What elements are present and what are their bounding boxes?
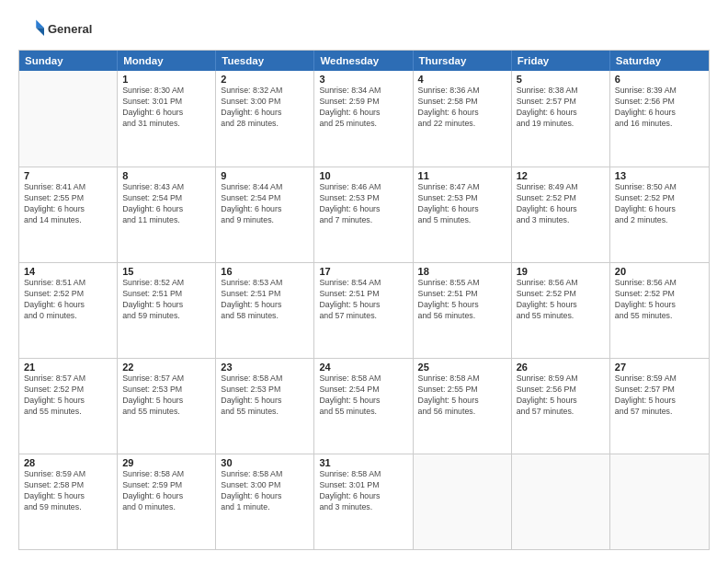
- day-info: Sunrise: 8:30 AM Sunset: 3:01 PM Dayligh…: [122, 86, 210, 130]
- day-info: Sunrise: 8:36 AM Sunset: 2:58 PM Dayligh…: [418, 86, 506, 130]
- day-cell-10: 10Sunrise: 8:46 AM Sunset: 2:53 PM Dayli…: [314, 167, 413, 262]
- day-cell-1: 1Sunrise: 8:30 AM Sunset: 3:01 PM Daylig…: [118, 71, 216, 167]
- day-cell-9: 9Sunrise: 8:44 AM Sunset: 2:54 PM Daylig…: [216, 167, 314, 262]
- day-info: Sunrise: 8:59 AM Sunset: 2:56 PM Dayligh…: [517, 373, 605, 418]
- day-info: Sunrise: 8:43 AM Sunset: 2:54 PM Dayligh…: [122, 182, 210, 226]
- day-number: 24: [319, 362, 407, 373]
- empty-cell-0-0: [19, 71, 118, 167]
- day-cell-2: 2Sunrise: 8:32 AM Sunset: 3:00 PM Daylig…: [216, 71, 314, 167]
- day-number: 15: [122, 266, 210, 277]
- day-cell-26: 26Sunrise: 8:59 AM Sunset: 2:56 PM Dayli…: [512, 359, 610, 454]
- day-cell-19: 19Sunrise: 8:56 AM Sunset: 2:52 PM Dayli…: [512, 263, 610, 358]
- day-info: Sunrise: 8:49 AM Sunset: 2:52 PM Dayligh…: [517, 182, 605, 226]
- day-number: 6: [615, 74, 704, 85]
- day-cell-14: 14Sunrise: 8:51 AM Sunset: 2:52 PM Dayli…: [19, 263, 118, 358]
- day-cell-29: 29Sunrise: 8:58 AM Sunset: 2:59 PM Dayli…: [118, 454, 216, 549]
- day-info: Sunrise: 8:44 AM Sunset: 2:54 PM Dayligh…: [221, 182, 309, 226]
- day-info: Sunrise: 8:56 AM Sunset: 2:52 PM Dayligh…: [517, 278, 605, 322]
- day-number: 18: [418, 266, 506, 277]
- svg-marker-0: [36, 20, 44, 29]
- day-info: Sunrise: 8:57 AM Sunset: 2:53 PM Dayligh…: [122, 373, 210, 418]
- day-number: 2: [221, 74, 309, 85]
- day-info: Sunrise: 8:55 AM Sunset: 2:51 PM Dayligh…: [418, 278, 506, 322]
- day-number: 16: [221, 266, 309, 277]
- day-info: Sunrise: 8:32 AM Sunset: 3:00 PM Dayligh…: [221, 86, 309, 130]
- week-row-1: 1Sunrise: 8:30 AM Sunset: 3:01 PM Daylig…: [19, 71, 709, 167]
- day-cell-12: 12Sunrise: 8:49 AM Sunset: 2:52 PM Dayli…: [512, 167, 610, 262]
- logo-icon: [18, 17, 44, 42]
- logo-text: General: [48, 22, 92, 37]
- day-info: Sunrise: 8:58 AM Sunset: 2:55 PM Dayligh…: [418, 373, 506, 418]
- week-row-2: 7Sunrise: 8:41 AM Sunset: 2:55 PM Daylig…: [19, 167, 709, 262]
- empty-cell-4-5: [512, 454, 610, 549]
- day-cell-25: 25Sunrise: 8:58 AM Sunset: 2:55 PM Dayli…: [414, 359, 512, 454]
- day-info: Sunrise: 8:59 AM Sunset: 2:57 PM Dayligh…: [615, 373, 704, 418]
- header: General: [18, 17, 710, 42]
- day-number: 28: [24, 457, 112, 468]
- day-info: Sunrise: 8:52 AM Sunset: 2:51 PM Dayligh…: [122, 278, 210, 322]
- day-cell-28: 28Sunrise: 8:59 AM Sunset: 2:58 PM Dayli…: [19, 454, 118, 549]
- day-header-saturday: Saturday: [610, 51, 709, 71]
- day-number: 25: [418, 362, 506, 373]
- day-number: 7: [24, 170, 112, 181]
- day-cell-27: 27Sunrise: 8:59 AM Sunset: 2:57 PM Dayli…: [610, 359, 709, 454]
- day-info: Sunrise: 8:54 AM Sunset: 2:51 PM Dayligh…: [319, 278, 407, 322]
- day-number: 1: [122, 74, 210, 85]
- day-info: Sunrise: 8:59 AM Sunset: 2:58 PM Dayligh…: [24, 469, 112, 513]
- calendar-body: 1Sunrise: 8:30 AM Sunset: 3:01 PM Daylig…: [19, 71, 709, 549]
- week-row-5: 28Sunrise: 8:59 AM Sunset: 2:58 PM Dayli…: [19, 454, 709, 549]
- day-header-monday: Monday: [118, 51, 216, 71]
- day-info: Sunrise: 8:58 AM Sunset: 2:59 PM Dayligh…: [122, 469, 210, 513]
- day-cell-20: 20Sunrise: 8:56 AM Sunset: 2:52 PM Dayli…: [610, 263, 709, 358]
- day-cell-13: 13Sunrise: 8:50 AM Sunset: 2:52 PM Dayli…: [610, 167, 709, 262]
- day-info: Sunrise: 8:47 AM Sunset: 2:53 PM Dayligh…: [418, 182, 506, 226]
- day-number: 10: [319, 170, 407, 181]
- day-cell-5: 5Sunrise: 8:38 AM Sunset: 2:57 PM Daylig…: [512, 71, 610, 167]
- day-number: 19: [517, 266, 605, 277]
- day-info: Sunrise: 8:56 AM Sunset: 2:52 PM Dayligh…: [615, 278, 704, 322]
- calendar: SundayMondayTuesdayWednesdayThursdayFrid…: [18, 50, 710, 550]
- day-info: Sunrise: 8:50 AM Sunset: 2:52 PM Dayligh…: [615, 182, 704, 226]
- empty-cell-4-6: [610, 454, 709, 549]
- day-info: Sunrise: 8:53 AM Sunset: 2:51 PM Dayligh…: [221, 278, 309, 322]
- day-number: 23: [221, 362, 309, 373]
- day-number: 5: [517, 74, 605, 85]
- day-info: Sunrise: 8:38 AM Sunset: 2:57 PM Dayligh…: [517, 86, 605, 130]
- day-header-sunday: Sunday: [19, 51, 118, 71]
- day-cell-22: 22Sunrise: 8:57 AM Sunset: 2:53 PM Dayli…: [118, 359, 216, 454]
- day-info: Sunrise: 8:41 AM Sunset: 2:55 PM Dayligh…: [24, 182, 112, 226]
- day-cell-15: 15Sunrise: 8:52 AM Sunset: 2:51 PM Dayli…: [118, 263, 216, 358]
- day-number: 26: [517, 362, 605, 373]
- day-number: 11: [418, 170, 506, 181]
- day-header-thursday: Thursday: [414, 51, 512, 71]
- day-cell-21: 21Sunrise: 8:57 AM Sunset: 2:52 PM Dayli…: [19, 359, 118, 454]
- day-info: Sunrise: 8:58 AM Sunset: 3:01 PM Dayligh…: [319, 469, 407, 513]
- day-number: 30: [221, 457, 309, 468]
- day-info: Sunrise: 8:58 AM Sunset: 3:00 PM Dayligh…: [221, 469, 309, 513]
- day-number: 13: [615, 170, 704, 181]
- day-header-friday: Friday: [512, 51, 610, 71]
- day-cell-24: 24Sunrise: 8:58 AM Sunset: 2:54 PM Dayli…: [314, 359, 413, 454]
- day-info: Sunrise: 8:51 AM Sunset: 2:52 PM Dayligh…: [24, 278, 112, 322]
- day-cell-8: 8Sunrise: 8:43 AM Sunset: 2:54 PM Daylig…: [118, 167, 216, 262]
- day-cell-30: 30Sunrise: 8:58 AM Sunset: 3:00 PM Dayli…: [216, 454, 314, 549]
- week-row-3: 14Sunrise: 8:51 AM Sunset: 2:52 PM Dayli…: [19, 262, 709, 358]
- logo: General: [18, 17, 92, 42]
- day-cell-18: 18Sunrise: 8:55 AM Sunset: 2:51 PM Dayli…: [414, 263, 512, 358]
- day-cell-23: 23Sunrise: 8:58 AM Sunset: 2:53 PM Dayli…: [216, 359, 314, 454]
- day-number: 3: [319, 74, 407, 85]
- day-number: 8: [122, 170, 210, 181]
- empty-cell-4-4: [414, 454, 512, 549]
- day-number: 20: [615, 266, 704, 277]
- day-cell-17: 17Sunrise: 8:54 AM Sunset: 2:51 PM Dayli…: [314, 263, 413, 358]
- day-cell-31: 31Sunrise: 8:58 AM Sunset: 3:01 PM Dayli…: [314, 454, 413, 549]
- day-info: Sunrise: 8:58 AM Sunset: 2:54 PM Dayligh…: [319, 373, 407, 418]
- day-cell-6: 6Sunrise: 8:39 AM Sunset: 2:56 PM Daylig…: [610, 71, 709, 167]
- day-cell-4: 4Sunrise: 8:36 AM Sunset: 2:58 PM Daylig…: [414, 71, 512, 167]
- day-number: 9: [221, 170, 309, 181]
- day-number: 12: [517, 170, 605, 181]
- day-info: Sunrise: 8:57 AM Sunset: 2:52 PM Dayligh…: [24, 373, 112, 418]
- svg-marker-1: [36, 28, 44, 36]
- day-number: 31: [319, 457, 407, 468]
- day-number: 29: [122, 457, 210, 468]
